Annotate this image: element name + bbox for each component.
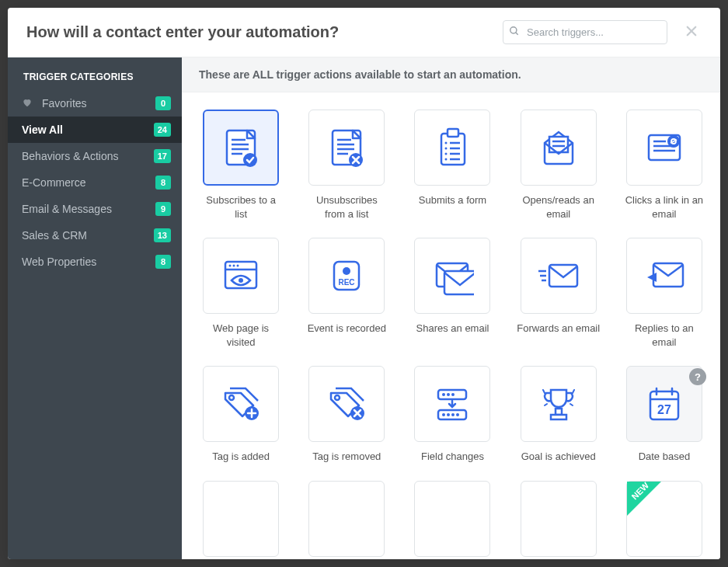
rec-icon — [325, 254, 368, 297]
count-badge: 8 — [155, 255, 171, 269]
envelope-forward-icon — [537, 254, 580, 297]
trigger-label: Shares an email — [416, 322, 489, 336]
envelope-open-icon — [537, 126, 580, 169]
trigger-card — [521, 366, 597, 442]
trigger-tile-tag-is-removed[interactable]: Tag is removed — [305, 366, 388, 464]
trigger-card: NEW — [626, 481, 702, 557]
trigger-label: Subscribes to a list — [199, 193, 283, 221]
trigger-tile-trigger-15[interactable] — [199, 481, 283, 559]
sidebar-item-sales-crm[interactable]: Sales & CRM13 — [8, 222, 182, 249]
clipboard-icon — [430, 126, 474, 169]
sidebar-item-label: Web Properties — [22, 256, 155, 268]
trigger-card — [308, 238, 385, 314]
trigger-card — [521, 110, 597, 186]
trigger-label: Goal is achieved — [521, 450, 596, 464]
count-badge: 8 — [155, 176, 171, 190]
trigger-card — [203, 481, 279, 557]
trigger-label: Tag is removed — [312, 450, 381, 464]
sidebar-item-label: E-Commerce — [22, 176, 155, 189]
trigger-tile-subscribes-to-a-list[interactable]: Subscribes to a list — [199, 110, 283, 221]
count-badge: 0 — [155, 96, 171, 110]
blank-icon — [537, 497, 580, 541]
count-badge: 24 — [154, 123, 171, 137]
sidebar-item-behaviors-actions[interactable]: Behaviors & Actions17 — [8, 143, 182, 169]
sidebar-item-e-commerce[interactable]: E-Commerce8 — [8, 169, 182, 196]
trigger-label: Replies to an email — [622, 322, 706, 349]
trigger-tile-web-page-is-visited[interactable]: Web page is visited — [199, 238, 283, 349]
search-wrapper — [503, 20, 667, 44]
automation-trigger-modal: How will a contact enter your automation… — [8, 8, 720, 559]
trigger-label: Event is recorded — [308, 322, 386, 336]
search-input[interactable] — [503, 20, 667, 44]
sidebar-item-label: Sales & CRM — [22, 229, 154, 242]
modal-header: How will a contact enter your automation… — [8, 8, 720, 57]
close-button[interactable] — [681, 21, 702, 43]
modal-title: How will a contact enter your automation… — [26, 23, 503, 41]
trigger-card — [626, 238, 702, 314]
trigger-card — [308, 366, 385, 442]
trigger-label: Opens/reads an email — [517, 193, 601, 221]
trophy-icon — [537, 382, 580, 426]
count-badge: 13 — [154, 228, 171, 242]
trigger-label: Tag is added — [212, 450, 270, 464]
sidebar-heading: TRIGGER CATEGORIES — [8, 68, 182, 90]
trigger-label: Clicks a link in an email — [622, 193, 706, 221]
trigger-card — [308, 481, 385, 557]
sidebar-item-label: Favorites — [42, 97, 155, 110]
trigger-tile-trigger-18[interactable] — [517, 481, 601, 559]
trigger-card — [626, 110, 702, 186]
trigger-card — [203, 366, 279, 442]
trigger-tile-field-changes[interactable]: Field changes — [410, 366, 494, 464]
modal-body: TRIGGER CATEGORIES Favorites0View All24B… — [8, 57, 720, 559]
trigger-tile-goal-is-achieved[interactable]: Goal is achieved — [517, 366, 601, 464]
main-panel: These are ALL trigger actions available … — [182, 57, 720, 559]
trigger-card — [414, 366, 490, 442]
trigger-tile-opens-reads-an-email[interactable]: Opens/reads an email — [517, 110, 601, 221]
trigger-card — [414, 238, 490, 314]
trigger-card — [203, 238, 279, 314]
trigger-tile-event-is-recorded[interactable]: Event is recorded — [305, 238, 388, 349]
envelope-link-icon — [643, 126, 686, 169]
trigger-tile-trigger-16[interactable] — [305, 481, 388, 559]
trigger-tile-shares-an-email[interactable]: Shares an email — [410, 238, 494, 349]
heart-icon — [22, 97, 34, 110]
trigger-label: Unsubscribes from a list — [305, 193, 388, 221]
trigger-card — [521, 481, 597, 557]
trigger-tile-trigger-17[interactable] — [410, 481, 494, 559]
trigger-label: Field changes — [421, 450, 484, 464]
sidebar-item-label: Email & Messages — [22, 203, 155, 215]
trigger-tile-replies-to-an-email[interactable]: Replies to an email — [622, 238, 706, 349]
sidebar-item-label: View All — [22, 123, 154, 136]
trigger-grid: Subscribes to a listUnsubscribes from a … — [199, 110, 706, 559]
help-button[interactable]: ? — [689, 368, 706, 385]
trigger-label: Forwards an email — [517, 322, 600, 336]
sidebar-item-favorites[interactable]: Favorites0 — [8, 90, 182, 117]
tag-add-icon — [219, 382, 263, 426]
blank-icon — [325, 497, 368, 541]
sidebar-item-email-messages[interactable]: Email & Messages9 — [8, 196, 182, 222]
blank-icon — [219, 497, 263, 541]
trigger-card — [414, 481, 490, 557]
trigger-tile-unsubscribes-from-a-list[interactable]: Unsubscribes from a list — [305, 110, 388, 221]
banner-text: These are ALL trigger actions available … — [182, 57, 720, 92]
sidebar-item-web-properties[interactable]: Web Properties8 — [8, 249, 182, 275]
trigger-tile-trigger-19[interactable]: NEW — [622, 481, 706, 559]
sidebar-item-view-all[interactable]: View All24 — [8, 117, 182, 143]
trigger-card — [308, 110, 385, 186]
trigger-tile-forwards-an-email[interactable]: Forwards an email — [517, 238, 601, 349]
calendar-icon — [643, 382, 686, 426]
sidebar: TRIGGER CATEGORIES Favorites0View All24B… — [8, 57, 182, 559]
trigger-label: Submits a form — [419, 193, 486, 207]
trigger-scroll-area[interactable]: Subscribes to a listUnsubscribes from a … — [182, 92, 720, 559]
count-badge: 9 — [155, 202, 171, 216]
count-badge: 17 — [154, 149, 171, 163]
tag-remove-icon — [325, 382, 368, 426]
trigger-card — [203, 110, 279, 186]
trigger-label: Date based — [639, 450, 691, 464]
trigger-tile-submits-a-form[interactable]: Submits a form — [410, 110, 494, 221]
trigger-tile-tag-is-added[interactable]: Tag is added — [199, 366, 283, 464]
browser-eye-icon — [219, 254, 263, 297]
envelope-reply-icon — [643, 254, 686, 297]
doc-x-icon — [325, 126, 368, 169]
trigger-tile-clicks-a-link-in-an-email[interactable]: Clicks a link in an email — [622, 110, 706, 221]
